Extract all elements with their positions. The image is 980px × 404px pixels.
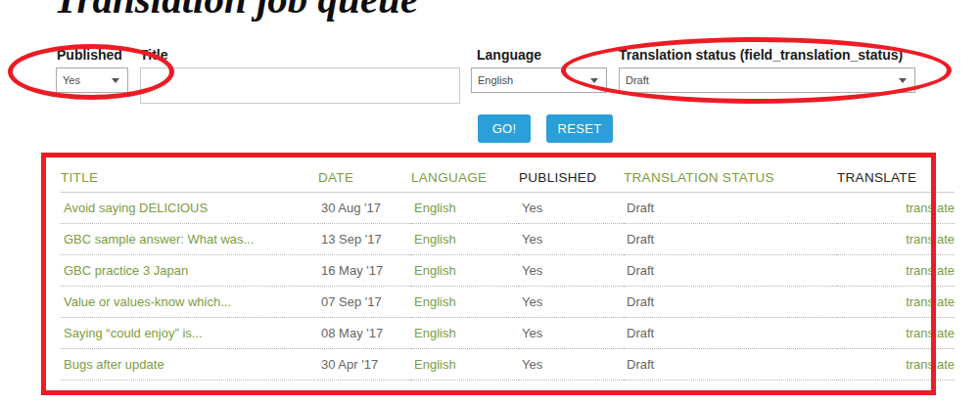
table-row: GBC practice 3 Japan16 May '17EnglishYes… (61, 255, 955, 287)
cell-language: English (411, 318, 519, 349)
table-row: GBC sample answer: What was...13 Sep '17… (61, 224, 955, 255)
column-header-translation-status[interactable]: TRANSLATION STATUS (624, 162, 837, 193)
cell-date: 16 May '17 (318, 255, 411, 287)
column-header-date[interactable]: DATE (318, 162, 411, 193)
table-row: Bugs after update30 Apr '17EnglishYesDra… (61, 349, 955, 381)
title-input[interactable] (140, 67, 460, 104)
language-select-value: English (478, 74, 513, 86)
translation-status-select-value: Draft (626, 74, 649, 86)
cell-published: Yes (519, 287, 624, 318)
published-select-value: Yes (63, 74, 80, 86)
table-body: Avoid saying DELICIOUS30 Aug '17EnglishY… (61, 193, 955, 381)
cell-title[interactable]: Avoid saying DELICIOUS (61, 193, 318, 224)
language-select[interactable]: English (471, 67, 607, 93)
cell-date: 08 May '17 (318, 318, 411, 349)
cell-published: Yes (519, 349, 624, 381)
table-row: Avoid saying DELICIOUS30 Aug '17EnglishY… (61, 193, 955, 224)
column-header-published: PUBLISHED (519, 162, 624, 193)
column-header-translate: TRANSLATE (837, 162, 955, 193)
cell-language: English (411, 349, 519, 381)
title-filter-label: Title (140, 47, 168, 63)
cell-date: 07 Sep '17 (318, 287, 411, 318)
cell-language: English (411, 193, 519, 224)
cell-title[interactable]: Value or values-know which... (61, 287, 318, 318)
table-row: Value or values-know which...07 Sep '17E… (61, 287, 955, 318)
cell-date: 30 Aug '17 (318, 193, 411, 224)
results-table-wrap: TITLE DATE LANGUAGE PUBLISHED TRANSLATIO… (61, 162, 955, 381)
chevron-down-icon (112, 78, 119, 83)
cell-status: Draft (624, 193, 837, 224)
published-select[interactable]: Yes (56, 67, 128, 93)
language-filter-label: Language (477, 47, 541, 63)
cell-published: Yes (519, 193, 624, 224)
column-header-language[interactable]: LANGUAGE (411, 162, 519, 193)
cell-translate[interactable]: translate (837, 349, 955, 381)
page-title: Translation job queue (54, 0, 418, 20)
cell-published: Yes (519, 255, 624, 287)
table-header-row: TITLE DATE LANGUAGE PUBLISHED TRANSLATIO… (61, 162, 955, 193)
cell-status: Draft (624, 255, 837, 287)
translation-queue-table: TITLE DATE LANGUAGE PUBLISHED TRANSLATIO… (61, 162, 955, 381)
cell-date: 30 Apr '17 (318, 349, 411, 381)
table-row: Saying “could enjoy” is...08 May '17Engl… (61, 318, 955, 349)
cell-title[interactable]: GBC practice 3 Japan (61, 255, 318, 287)
cell-status: Draft (624, 318, 837, 349)
cell-title[interactable]: Saying “could enjoy” is... (61, 318, 318, 349)
chevron-down-icon (590, 78, 598, 83)
cell-status: Draft (624, 287, 837, 318)
cell-language: English (411, 224, 519, 255)
cell-language: English (411, 255, 519, 287)
translation-status-filter-label: Translation status (field_translation_st… (619, 47, 903, 63)
column-header-title[interactable]: TITLE (61, 162, 318, 193)
cell-published: Yes (519, 224, 624, 255)
cell-translate[interactable]: translate (837, 255, 955, 287)
cell-translate[interactable]: translate (837, 193, 955, 224)
go-button[interactable]: GO! (478, 114, 531, 143)
cell-status: Draft (624, 349, 837, 381)
cell-status: Draft (624, 224, 837, 255)
cell-title[interactable]: GBC sample answer: What was... (61, 224, 318, 255)
cell-language: English (411, 287, 519, 318)
chevron-down-icon (899, 78, 907, 83)
translation-job-queue-page: Translation job queue Published Yes Titl… (0, 0, 980, 404)
published-filter-label: Published (57, 47, 122, 63)
cell-published: Yes (519, 318, 624, 349)
cell-translate[interactable]: translate (837, 224, 955, 255)
translation-status-select[interactable]: Draft (619, 67, 915, 93)
cell-translate[interactable]: translate (837, 318, 955, 349)
cell-title[interactable]: Bugs after update (61, 349, 318, 381)
cell-translate[interactable]: translate (837, 287, 955, 318)
cell-date: 13 Sep '17 (318, 224, 411, 255)
reset-button[interactable]: RESET (546, 114, 613, 143)
